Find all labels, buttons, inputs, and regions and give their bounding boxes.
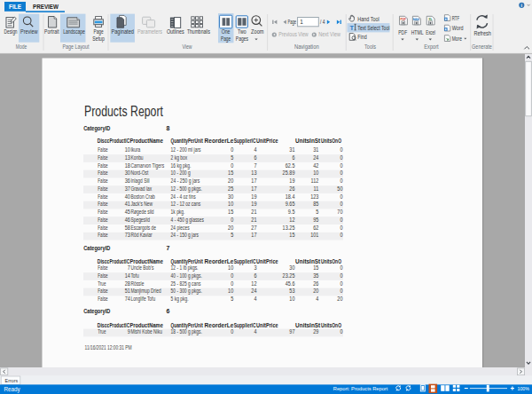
svg-text:0: 0 [231, 280, 234, 287]
svg-text:100%: 100% [518, 385, 530, 391]
svg-text:Products Report: Products Report [84, 104, 163, 119]
svg-text:18.4: 18.4 [286, 193, 295, 200]
svg-text:Røgede sild: Røgede sild [130, 209, 154, 216]
svg-text:T: T [350, 24, 355, 32]
svg-text:Generate: Generate [472, 43, 492, 50]
svg-text:20: 20 [337, 296, 343, 302]
svg-text:Next View: Next View [318, 31, 340, 37]
svg-text:31: 31 [313, 146, 319, 153]
svg-text:101: 101 [310, 232, 319, 238]
svg-text:Hand Tool: Hand Tool [357, 16, 379, 22]
svg-text:20: 20 [228, 177, 234, 184]
svg-text:/ 4: / 4 [320, 19, 325, 25]
svg-text:0: 0 [231, 217, 234, 223]
svg-text:SupplierIC: SupplierIC [234, 138, 256, 145]
svg-text:17: 17 [251, 177, 257, 184]
svg-text:24 - 250 g jars: 24 - 250 g jars [171, 177, 200, 185]
svg-text:5: 5 [316, 209, 319, 215]
svg-text:10: 10 [228, 288, 234, 294]
svg-text:0: 0 [340, 201, 343, 207]
svg-text:CategoryID: CategoryID [83, 125, 110, 132]
svg-text:Thumbnails: Thumbnails [187, 28, 210, 35]
svg-text:62: 62 [313, 225, 319, 231]
svg-text:0: 0 [340, 193, 343, 200]
svg-text:10: 10 [289, 296, 295, 302]
svg-text:12 - 1 lb pkgs.: 12 - 1 lb pkgs. [171, 264, 199, 272]
svg-text:True: True [98, 280, 106, 287]
svg-text:18: 18 [125, 162, 131, 169]
svg-text:24: 24 [251, 288, 257, 294]
svg-text:Discc: Discc [98, 138, 110, 144]
svg-text:58: 58 [125, 225, 131, 231]
svg-text:False: False [98, 193, 108, 200]
svg-text:HTM: HTM [414, 17, 419, 20]
svg-text:7: 7 [254, 162, 257, 169]
svg-text:19: 19 [289, 177, 295, 184]
svg-text:20: 20 [228, 225, 234, 231]
svg-text:PDF: PDF [398, 29, 407, 35]
svg-text:RTF: RTF [452, 15, 460, 21]
svg-text:0: 0 [340, 162, 343, 169]
svg-text:Uncle Bob's: Uncle Bob's [130, 264, 153, 271]
svg-text:ReorderLe: ReorderLe [205, 322, 234, 328]
svg-text:Page Layout: Page Layout [63, 43, 90, 51]
svg-text:UnitsOnO: UnitsOnO [321, 258, 341, 264]
svg-text:40 - 100 g pkgs.: 40 - 100 g pkgs. [171, 272, 202, 280]
svg-text:Mishi Kobe Niku: Mishi Kobe Niku [130, 328, 162, 335]
svg-text:ReorderLe: ReorderLe [205, 138, 234, 144]
svg-text:37: 37 [125, 185, 131, 192]
svg-text:False: False [98, 209, 108, 215]
svg-text:19: 19 [251, 201, 257, 207]
svg-text:Carnarvon Tigers: Carnarvon Tigers [130, 162, 164, 169]
svg-text:0: 0 [340, 146, 343, 153]
svg-text:62.5: 62.5 [286, 162, 295, 169]
svg-text:0: 0 [340, 272, 343, 279]
svg-text:11: 11 [314, 185, 319, 192]
svg-text:Report: Products Report: Report: Products Report [333, 385, 388, 391]
svg-text:Pages: Pages [236, 35, 249, 43]
svg-text:2 kg box: 2 kg box [171, 154, 188, 162]
svg-text:30: 30 [228, 193, 234, 200]
svg-text:Manjimup Dried: Manjimup Dried [130, 288, 161, 295]
svg-text:112: 112 [311, 177, 319, 184]
svg-text:0: 0 [340, 154, 343, 161]
svg-text:0: 0 [231, 146, 234, 153]
svg-text:1k pkg.: 1k pkg. [171, 209, 185, 216]
svg-text:Rössle: Rössle [130, 280, 144, 287]
svg-text:36: 36 [125, 177, 131, 184]
svg-text:HTML: HTML [411, 29, 424, 35]
svg-text:Mode: Mode [16, 43, 27, 50]
svg-text:0: 0 [340, 169, 343, 176]
svg-text:Nord-Ost: Nord-Ost [130, 169, 148, 176]
svg-text:Two: Two [238, 28, 246, 35]
svg-text:6: 6 [254, 272, 257, 279]
svg-text:25.89: 25.89 [283, 169, 295, 176]
svg-text:False: False [98, 272, 108, 279]
svg-text:Röd Kaviar: Röd Kaviar [130, 232, 152, 238]
svg-text:0: 0 [231, 272, 234, 279]
svg-text:21: 21 [251, 209, 257, 215]
svg-text:Paginated: Paginated [111, 28, 134, 35]
svg-text:Page: Page [288, 19, 297, 26]
svg-text:0: 0 [340, 232, 343, 238]
svg-text:Export: Export [424, 43, 438, 51]
svg-text:Ikura: Ikura [130, 146, 140, 153]
svg-text:Errors: Errors [5, 377, 19, 383]
svg-text:74: 74 [125, 296, 131, 302]
svg-text:6: 6 [167, 308, 170, 314]
svg-text:13.25: 13.25 [283, 225, 295, 231]
svg-text:False: False [98, 288, 108, 294]
svg-text:0: 0 [231, 162, 234, 169]
svg-text:70: 70 [337, 209, 343, 215]
svg-text:Spegesild: Spegesild [130, 217, 150, 224]
svg-text:12 - 200 ml jars: 12 - 200 ml jars [171, 146, 201, 154]
svg-text:Previous View: Previous View [278, 31, 309, 37]
svg-text:5 kg pkg.: 5 kg pkg. [171, 296, 189, 303]
svg-text:17: 17 [251, 232, 257, 238]
svg-text:11/16/2021 12:00:31 PM: 11/16/2021 12:00:31 PM [85, 344, 132, 351]
svg-text:UnitPrice: UnitPrice [256, 322, 278, 328]
svg-text:Find: Find [357, 34, 366, 40]
svg-text:0: 0 [340, 328, 343, 335]
svg-text:20: 20 [313, 288, 319, 294]
svg-text:SupplierIC: SupplierIC [234, 322, 256, 329]
